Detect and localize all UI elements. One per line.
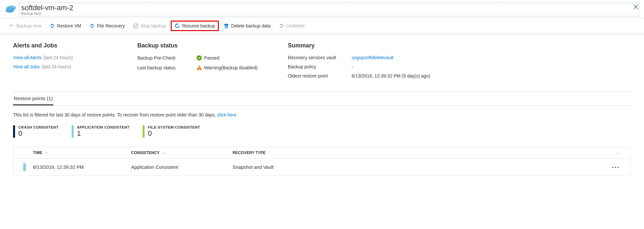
restore-points-table: TIME ↑↓ CONSISTENCY ↑↓ RECOVERY TYPE ↑↓ … xyxy=(13,147,631,176)
row-context-menu[interactable]: ··· xyxy=(612,164,619,171)
th-time[interactable]: TIME ↑↓ xyxy=(33,150,131,155)
crash-label: CRASH CONSISTENT xyxy=(18,125,59,129)
view-alerts-period: (last 24 hours) xyxy=(44,55,73,60)
delete-backup-data-button[interactable]: Delete backup data xyxy=(220,21,274,31)
policy-label: Backup policy xyxy=(288,64,352,69)
th-consistency[interactable]: CONSISTENCY ↑↓ xyxy=(131,150,233,155)
vault-link[interactable]: sogupsoftdeletevault xyxy=(352,55,393,60)
blade-subtitle: Backup Item xyxy=(21,11,637,15)
restore-vm-button[interactable]: Restore VM xyxy=(46,21,84,31)
cell-consistency: Application Consistent xyxy=(131,165,233,170)
policy-value: - xyxy=(352,64,353,69)
stat-app: APPLICATION CONSISTENT 1 xyxy=(72,125,130,138)
oldest-value: 8/13/2019, 12:39:32 PM (9 day(s) ago) xyxy=(352,73,430,79)
sort-icon: ↑↓ xyxy=(44,150,48,155)
click-here-link[interactable]: click here. xyxy=(217,112,238,117)
summary-heading: Summary xyxy=(288,42,631,49)
filter-description: This list is filtered for last 30 days o… xyxy=(13,112,631,117)
view-all-alerts-link[interactable]: View all Alerts xyxy=(13,55,42,60)
precheck-value: Passed xyxy=(204,55,219,61)
app-value: 1 xyxy=(77,129,130,138)
fs-label: FILE-SYSTEM CONSISTENT xyxy=(148,125,200,129)
app-bar xyxy=(72,125,74,138)
file-recovery-button[interactable]: File Recovery xyxy=(86,21,128,31)
fs-value: 0 xyxy=(148,129,200,138)
view-all-jobs-link[interactable]: View all Jobs xyxy=(13,64,40,69)
precheck-label: Backup Pre-Check xyxy=(137,55,196,61)
blade-title: softdel-vm-am-2 xyxy=(21,4,637,12)
title-block: softdel-vm-am-2 Backup Item xyxy=(19,3,639,16)
svg-line-4 xyxy=(134,25,137,27)
sort-icon: ↑↓ xyxy=(616,150,619,155)
svg-rect-6 xyxy=(199,67,200,69)
stop-icon xyxy=(133,23,139,29)
tab-bar: Restore points (1) xyxy=(13,92,631,106)
last-backup-label: Last backup status xyxy=(137,65,196,70)
row-marker xyxy=(23,163,26,171)
fs-bar xyxy=(143,125,145,138)
stat-crash: CRASH CONSISTENT 0 xyxy=(13,125,59,138)
backup-status-section: Backup status Backup Pre-Check Passed La… xyxy=(137,42,262,82)
close-button[interactable] xyxy=(630,2,642,13)
svg-rect-7 xyxy=(199,69,200,69)
undelete-icon xyxy=(278,23,284,29)
stop-backup-button: Stop backup xyxy=(130,21,169,31)
last-backup-value: Warning(Backup disabled) xyxy=(204,65,258,70)
blade-header: softdel-vm-am-2 Backup Item xyxy=(0,0,644,18)
trash-icon xyxy=(223,23,229,29)
resume-backup-button[interactable]: Resume backup xyxy=(171,21,219,31)
table-header: TIME ↑↓ CONSISTENCY ↑↓ RECOVERY TYPE ↑↓ xyxy=(13,147,631,159)
restore-icon xyxy=(49,23,55,29)
crash-bar xyxy=(13,125,15,138)
success-icon xyxy=(196,55,202,61)
backup-now-button: Backup now xyxy=(5,21,44,31)
resource-icon xyxy=(5,3,16,14)
app-label: APPLICATION CONSISTENT xyxy=(77,125,130,129)
sort-icon: ↑↓ xyxy=(162,150,165,155)
oldest-label: Oldest restore point xyxy=(288,73,352,79)
command-bar: Backup now Restore VM File Recovery Stop… xyxy=(0,18,644,34)
alerts-jobs-section: Alerts and Jobs View all Alerts (last 24… xyxy=(13,42,111,82)
table-row[interactable]: 8/13/2019, 12:39:32 PM Application Consi… xyxy=(13,159,631,176)
summary-section: Summary Recovery services vault sogupsof… xyxy=(288,42,631,82)
cell-time: 8/13/2019, 12:39:32 PM xyxy=(33,165,131,170)
th-recovery[interactable]: RECOVERY TYPE xyxy=(233,150,616,155)
file-recovery-icon xyxy=(89,23,95,29)
svg-point-2 xyxy=(6,7,15,11)
cell-recovery: Snapshot and Vault xyxy=(233,165,612,170)
warning-icon xyxy=(196,65,202,71)
tab-restore-points[interactable]: Restore points (1) xyxy=(13,92,53,105)
stat-fs: FILE-SYSTEM CONSISTENT 0 xyxy=(143,125,200,138)
view-jobs-period: (last 24 hours) xyxy=(42,64,71,69)
consistency-stats: CRASH CONSISTENT 0 APPLICATION CONSISTEN… xyxy=(13,125,631,138)
backup-now-icon xyxy=(9,23,14,29)
alerts-heading: Alerts and Jobs xyxy=(13,42,111,49)
backup-status-heading: Backup status xyxy=(137,42,262,49)
undelete-button: Undelete xyxy=(275,21,308,31)
vault-label: Recovery services vault xyxy=(288,55,352,60)
resume-icon xyxy=(174,23,180,29)
crash-value: 0 xyxy=(18,129,59,138)
